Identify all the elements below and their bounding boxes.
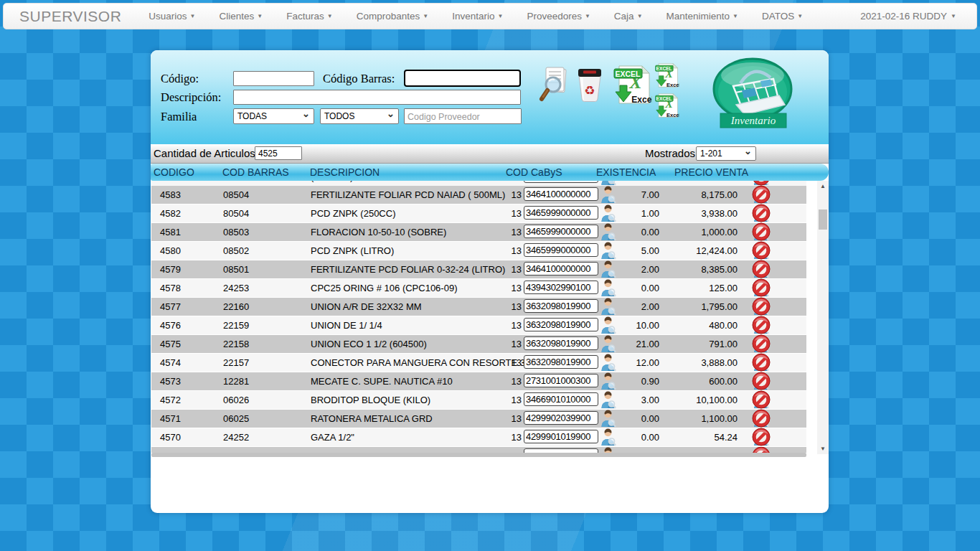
cabys-input[interactable] <box>524 225 598 238</box>
cell-cabys-prefix: 13 <box>489 298 522 316</box>
cell-existencia: 7.00 <box>616 186 659 204</box>
descripcion-input[interactable] <box>233 90 521 105</box>
nav-item-datos[interactable]: DATOS▼ <box>762 11 803 22</box>
nav-item-caja[interactable]: Caja▼ <box>614 11 643 22</box>
cell-precio-venta: 10,100.00 <box>665 391 738 409</box>
nav-item-proveedores[interactable]: Proveedores▼ <box>527 11 590 22</box>
codigo-barras-label: Código Barras: <box>323 72 395 86</box>
nav-item-usuarios[interactable]: Usuarios▼ <box>149 11 195 22</box>
familia-label: Familia <box>161 110 197 124</box>
cabys-input[interactable] <box>524 243 598 257</box>
mostrados-select[interactable]: 1-201 ⌄ <box>696 146 756 161</box>
cell-codigo: 4573 <box>160 372 181 390</box>
cell-descripcion: UNION DE 1/ 1/4 <box>311 316 382 334</box>
cell-precio-venta: 1,795.00 <box>665 298 738 316</box>
cabys-input[interactable] <box>524 336 598 350</box>
disable-article-icon[interactable] <box>752 447 771 453</box>
chevron-down-icon: ▼ <box>951 13 956 19</box>
table-row: 458308504FERTILIZANTE FOLIAR PCD NAIAD (… <box>151 186 806 204</box>
nav-item-clientes[interactable]: Clientes▼ <box>220 11 263 22</box>
cabys-input[interactable] <box>524 181 598 183</box>
scroll-down-icon[interactable]: ▼ <box>817 446 829 452</box>
cabys-input[interactable] <box>524 355 598 369</box>
cabys-input[interactable] <box>524 430 598 443</box>
chevron-down-icon: ⌄ <box>744 148 752 155</box>
excel-export-icon[interactable]: X EXCEL Excel <box>613 64 652 108</box>
table-row: 458280504PCD ZNPK (250CC)131.003,938.00 <box>151 204 806 222</box>
document-search-icon[interactable] <box>538 66 571 106</box>
cell-codigo: 4580 <box>160 242 181 260</box>
cell-existencia: 2.00 <box>616 298 659 316</box>
col-precio-venta: PRECIO VENTA <box>674 166 748 178</box>
recycle-bin-icon[interactable]: ♻ <box>574 66 606 106</box>
cabys-input[interactable] <box>524 206 598 220</box>
cabys-input[interactable] <box>524 262 598 276</box>
table-row: 457422157CONECTOR PARA MANGUERA CON RESO… <box>151 354 806 372</box>
cell-precio-venta: 12,424.00 <box>665 242 738 260</box>
nav-item-facturas[interactable]: Facturas▼ <box>286 11 332 22</box>
codigo-proveedor-input[interactable] <box>404 108 522 124</box>
cell-existencia: 1.00 <box>616 204 659 222</box>
search-header: Código: Código Barras: Descripción: Fami… <box>151 50 829 144</box>
excel-export-small-icon-2[interactable]: X EXCEL Excel <box>655 92 679 122</box>
cabys-input[interactable] <box>524 374 598 387</box>
cell-descripcion: GAZA 1/2" <box>311 428 354 446</box>
brand-title: SUPERVISOR <box>19 8 121 25</box>
scrollbar-thumb[interactable] <box>819 209 827 230</box>
cell-cabys-prefix: 13 <box>489 354 522 372</box>
person-search-icon[interactable] <box>599 447 617 453</box>
scroll-up-icon[interactable]: ▲ <box>817 183 829 189</box>
cell-cabys-prefix: 13 <box>489 391 522 409</box>
cabys-input[interactable] <box>524 281 598 294</box>
nav-item-comprobantes[interactable]: Comprobantes▼ <box>357 11 428 22</box>
cell-descripcion: CPC25 ORING # 106 (CPC106-09) <box>311 279 457 297</box>
cell-descripcion: FERTILIZANTE FOLIAR PCD NAIAD ( 500ML) <box>311 186 505 204</box>
nav-item-label: Mantenimiento <box>666 11 730 22</box>
chevron-down-icon: ▼ <box>637 13 643 19</box>
cell-cod-barras: 08502 <box>223 242 249 260</box>
cell-cod-barras: 22158 <box>223 335 249 353</box>
tipo-select-value: TODOS <box>324 111 354 121</box>
cantidad-input[interactable] <box>255 146 302 160</box>
cell-precio-venta: 125.00 <box>665 279 738 297</box>
cell-descripcion: BRODITOP BLOQUE (KILO) <box>311 391 430 409</box>
chevron-down-icon: ▼ <box>327 13 333 19</box>
cell-codigo: 4571 <box>160 410 181 428</box>
table-row: 457824253CPC25 ORING # 106 (CPC106-09)13… <box>151 279 806 297</box>
cell-cod-barras: 22159 <box>223 316 249 334</box>
table-row: 457206026BRODITOP BLOQUE (KILO)133.0010,… <box>151 391 806 409</box>
user-date-menu[interactable]: 2021-02-16 RUDDY▼ <box>860 11 956 22</box>
codigo-input[interactable] <box>233 71 314 86</box>
cabys-input[interactable] <box>524 299 598 313</box>
cell-precio-venta: 8,175.00 <box>665 186 738 204</box>
cell-cabys-prefix: 13 <box>489 204 522 222</box>
vertical-scrollbar[interactable]: ▲ ▼ <box>817 181 829 454</box>
nav-item-inventario[interactable]: Inventario▼ <box>452 11 503 22</box>
descripcion-label: Descripción: <box>161 90 221 105</box>
table-row: 457312281MECATE C. SUPE. NAUTICA #10130.… <box>151 372 806 390</box>
chevron-down-icon: ▼ <box>257 13 263 19</box>
familia-select[interactable]: TODAS ⌄ <box>233 108 314 124</box>
table-row: 457106025RATONERA METALICA GRD130.001,10… <box>151 410 806 428</box>
cell-cod-barras: 08504 <box>223 186 249 204</box>
codigo-barras-input[interactable] <box>404 70 521 87</box>
col-cod-cabys: COD CaByS <box>506 166 562 178</box>
cabys-input[interactable] <box>524 392 598 406</box>
codigo-label: Código: <box>161 72 199 86</box>
cabys-input[interactable] <box>524 411 598 425</box>
horizontal-scrollbar[interactable] <box>151 453 806 457</box>
cabys-input[interactable] <box>524 187 598 201</box>
cell-precio-venta: 3,888.00 <box>665 354 738 372</box>
cabys-input[interactable] <box>524 318 598 331</box>
cell-cabys-prefix: 13 <box>489 410 522 428</box>
inventario-logo[interactable]: Inventario <box>712 57 795 132</box>
nav-item-mantenimiento[interactable]: Mantenimiento▼ <box>666 11 738 22</box>
cell-precio-venta: 791.00 <box>665 335 738 353</box>
excel-export-small-icon-1[interactable]: X EXCEL Excel <box>655 62 679 92</box>
cell-cod-barras: 06025 <box>223 410 249 428</box>
cell-cod-barras: 08501 <box>223 260 249 278</box>
tipo-select[interactable]: TODOS ⌄ <box>320 108 399 124</box>
nav-item-label: Usuarios <box>149 11 187 22</box>
cell-descripcion: PCD ZNPK (250CC) <box>311 204 395 222</box>
cell-existencia: 0.00 <box>616 428 659 446</box>
